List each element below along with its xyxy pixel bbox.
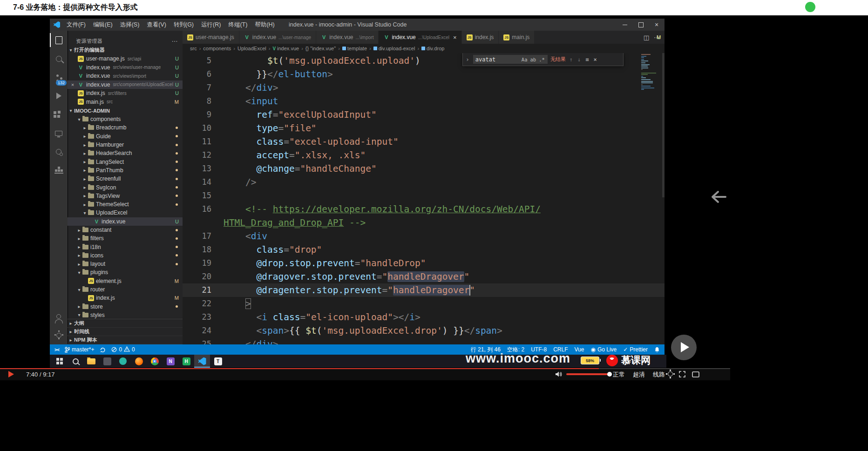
tree-item[interactable]: ▸SvgIcon [68,183,183,191]
prettier-item[interactable]: ✓Prettier [623,346,648,353]
tree-item[interactable]: ▸Breadcrumb [68,123,183,132]
find-prev-icon[interactable]: ↑ [569,56,574,63]
menu-item[interactable]: 终端(T) [224,19,251,31]
menu-item[interactable]: 运行(R) [197,19,224,31]
tree-item[interactable]: ▸Hamburger [68,141,183,149]
tree-item[interactable]: JSindex.jsM [68,294,183,302]
code-line[interactable]: 7 </div> [183,81,665,94]
tree-item[interactable]: ▾plugins [68,268,183,276]
tree-item[interactable]: ▾components [68,115,183,123]
maximize-button[interactable] [633,19,649,31]
taskbar-start-button[interactable] [52,355,68,368]
web-fullscreen-icon[interactable] [692,371,699,379]
tree-item[interactable]: Vindex.vueU [68,217,183,226]
tree-item[interactable]: ▾UploadExcel [68,209,183,217]
open-editor-item[interactable]: ×Vindex.vuesrc\components\UploadExcelU [68,81,183,89]
source-control-icon[interactable]: 132 [50,68,68,87]
breadcrumb-item[interactable]: {} "index.vue" [305,46,336,51]
taskbar-search-button[interactable] [68,355,83,368]
play-button[interactable] [8,371,14,377]
tree-item[interactable]: ▸HeaderSearch [68,149,183,157]
code-line[interactable]: 20 @dragover.stop.prevent="handleDragove… [183,270,665,283]
open-editor-item[interactable]: Vindex.vuesrc\views\user-manageU [68,63,183,72]
breadcrumb-item[interactable]: Vindex.vue [272,46,299,51]
tree-item[interactable]: ▸icons [68,251,183,260]
tree-item[interactable]: ▾styles [68,311,183,319]
sidebar-section-NPM 脚本[interactable]: ▸NPM 脚本 [68,336,183,344]
settings-icon[interactable] [50,326,68,344]
editor-scrollbar[interactable] [662,53,665,197]
seek-bar[interactable] [0,368,730,369]
tree-item[interactable]: ▸TagsView [68,192,183,200]
taskbar-vscode[interactable] [194,355,210,368]
player-settings-icon[interactable] [668,371,673,377]
run-debug-icon[interactable] [50,87,68,105]
open-editor-item[interactable]: JSmain.jssrcM [68,98,183,107]
open-editor-item[interactable]: JSindex.jssrc\filtersU [68,89,183,98]
sidebar-section-时间线[interactable]: ▸时间线 [68,328,183,336]
code-line[interactable]: 8 <input [183,94,665,108]
volume-slider[interactable] [566,373,610,375]
minimap[interactable] [641,54,661,91]
menu-item[interactable]: 文件(F) [63,19,89,31]
menu-item[interactable]: 编辑(E) [89,19,116,31]
code-line[interactable]: HTML_Drag_and_Drop_API --> [183,216,665,229]
editor-tab[interactable]: Vindex.vue...\UploadExcelU× [379,31,461,44]
code-line[interactable]: 10 type="file" [183,121,665,135]
live-share-icon[interactable] [50,142,68,161]
editor-tab[interactable]: JSmain.jsM [499,31,535,44]
code-line[interactable]: 25 </div> [183,337,665,344]
taskbar-file-explorer[interactable] [83,355,99,368]
tree-item[interactable]: ▸filters [68,234,183,242]
tree-item[interactable]: ▸Guide [68,132,183,141]
tree-item[interactable]: ▸store [68,303,183,311]
tree-item[interactable]: ▸PanThumb [68,166,183,175]
docker-icon[interactable] [50,161,68,180]
project-header[interactable]: ▾ IMOOC-ADMIN [68,106,183,115]
tree-item[interactable]: ▸i18n [68,242,183,251]
code-line[interactable]: 18 class="drop" [183,243,665,256]
speed-button[interactable]: 正常 [613,370,625,379]
menu-item[interactable]: 帮助(H) [251,19,278,31]
accounts-icon[interactable] [50,307,68,326]
collapse-panel-arrow[interactable] [711,190,726,206]
regex-icon[interactable]: .* [538,57,545,62]
tree-item[interactable]: ▸layout [68,260,183,268]
line-button[interactable]: 线路 [653,370,665,379]
editor-tab[interactable]: Vindex.vue...\user-manageU [239,31,316,44]
notifications-bell-icon[interactable] [654,347,660,353]
menu-item[interactable]: 选择(S) [116,19,143,31]
git-branch-item[interactable]: master*+ [65,346,94,353]
code-line[interactable]: 19 @drop.stop.prevent="handleDrop" [183,256,665,270]
taskbar-app-teal[interactable] [115,355,131,368]
taskbar-app-purple[interactable]: N [163,355,178,368]
code-line[interactable]: 24 <span>{{ $t('msg.uploadExcel.drop') }… [183,324,665,337]
menu-item[interactable]: 查看(V) [143,19,170,31]
taskbar-firefox[interactable] [131,355,147,368]
tree-item[interactable]: JSelement.jsM [68,277,183,285]
open-editor-item[interactable]: Vindex.vuesrc\views\importU [68,72,183,81]
breadcrumb-item[interactable]: UploadExcel [237,46,266,51]
taskbar-app-dark[interactable] [99,355,115,368]
search-icon[interactable] [50,49,68,68]
code-line[interactable]: 11 class="excel-upload-input" [183,135,665,148]
tree-item[interactable]: ▸constant [68,226,183,234]
explorer-more-icon[interactable]: ⋯ [172,38,178,45]
taskbar-chrome[interactable] [147,355,163,368]
play-button-overlay[interactable] [671,335,697,360]
editor-tab[interactable]: JSuser-manage.jsU [183,31,239,44]
code-line[interactable]: 14 /> [183,175,665,189]
find-next-icon[interactable]: ↓ [576,56,582,63]
tree-item[interactable]: ▸Screenfull [68,175,183,183]
breadcrumb-item[interactable]: src [190,46,197,51]
language-mode[interactable]: Vue [575,346,584,353]
find-in-selection-icon[interactable]: ≡ [584,56,590,63]
taskbar-hbuilder[interactable]: H [178,355,194,368]
code-line[interactable]: 17 <div [183,229,665,243]
editor-tab[interactable]: JSindex.jsU [462,31,499,44]
tree-item[interactable]: ▾router [68,285,183,294]
problems-item[interactable]: 00 [111,346,135,353]
split-editor-icon[interactable]: ◫ [644,34,649,41]
taskbar-typora[interactable]: T [210,355,226,368]
code-line[interactable]: 22 > [183,297,665,310]
